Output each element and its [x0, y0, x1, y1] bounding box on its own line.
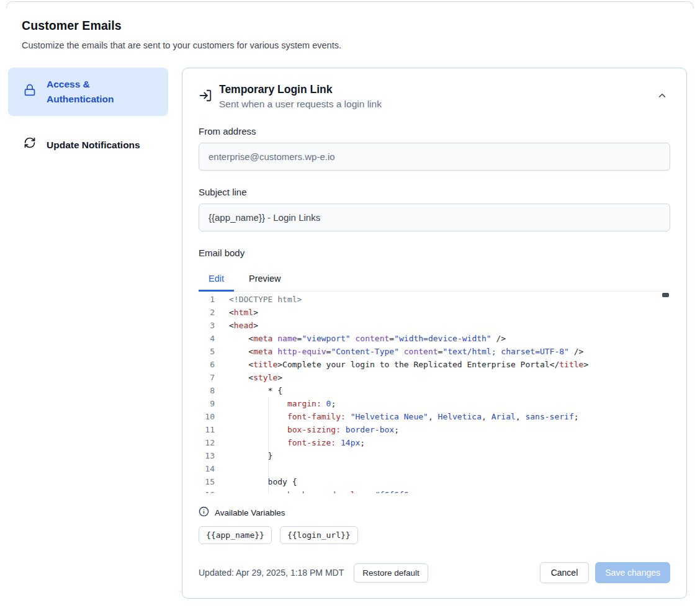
updated-timestamp: Updated: Apr 29, 2025, 1:18 PM MDT	[199, 568, 344, 578]
variable-chips: {{app_name}} {{login_url}}	[199, 526, 670, 544]
code-line: 8 * {	[199, 384, 670, 397]
sidebar-item-label: Access & Authentication	[47, 77, 159, 107]
code-line: 9 margin: 0;	[199, 397, 670, 410]
code-text: * {	[229, 384, 282, 397]
editor-scrollbar-thumb[interactable]	[662, 293, 669, 297]
line-number: 12	[199, 436, 215, 449]
code-text: <head>	[229, 319, 258, 332]
code-line: 3<head>	[199, 319, 670, 332]
code-text: margin: 0;	[229, 397, 336, 410]
page-subtitle: Customize the emails that are sent to yo…	[22, 40, 700, 50]
indent-guide	[268, 397, 269, 493]
page-title: Customer Emails	[22, 19, 700, 33]
sidebar-item-update-notifications[interactable]: Update Notifications	[8, 127, 168, 163]
sidebar-item-access-authentication[interactable]: Access & Authentication	[8, 68, 168, 116]
main-layout: Access & Authentication Update Notificat…	[8, 68, 687, 599]
email-types-sidebar: Access & Authentication Update Notificat…	[8, 68, 168, 163]
line-number: 9	[199, 397, 215, 410]
line-number: 7	[199, 371, 215, 384]
refresh-icon	[24, 136, 36, 153]
code-text: font-family: "Helvetica Neue", Helvetica…	[229, 410, 579, 423]
code-line: 10 font-family: "Helvetica Neue", Helvet…	[199, 410, 670, 423]
from-address-input[interactable]	[199, 143, 670, 171]
code-text: <title>Complete your login to the Replic…	[229, 358, 588, 371]
lock-icon	[24, 84, 36, 101]
code-text: <html>	[229, 306, 258, 319]
code-text: background-color: #f6f6f6;	[229, 488, 413, 493]
line-number: 16	[199, 488, 215, 493]
email-body-label: Email body	[199, 248, 670, 258]
line-number: 8	[199, 384, 215, 397]
code-line: 5 <meta http-equiv="Content-Type" conten…	[199, 345, 670, 358]
code-text: font-size: 14px;	[229, 436, 365, 449]
line-number: 5	[199, 345, 215, 358]
code-line: 2<html>	[199, 306, 670, 319]
code-line: 15 body {	[199, 475, 670, 488]
line-number: 14	[199, 462, 215, 475]
line-number: 10	[199, 410, 215, 423]
panel-header: Temporary Login Link Sent when a user re…	[199, 83, 670, 110]
code-line: 11 box-sizing: border-box;	[199, 423, 670, 436]
code-text: box-sizing: border-box;	[229, 423, 399, 436]
panel-subtitle: Sent when a user requests a login link	[219, 99, 382, 110]
tab-edit[interactable]: Edit	[199, 268, 234, 292]
code-text: <style>	[229, 371, 282, 384]
tab-preview[interactable]: Preview	[239, 268, 291, 292]
email-config-panel: Temporary Login Link Sent when a user re…	[182, 68, 687, 599]
code-text: }	[229, 449, 272, 462]
variable-chip-app-name[interactable]: {{app_name}}	[199, 526, 272, 544]
code-line: 6 <title>Complete your login to the Repl…	[199, 358, 670, 371]
code-text: <!DOCTYPE html>	[229, 293, 302, 306]
available-variables-label: Available Variables	[215, 508, 285, 517]
code-text: <meta http-equiv="Content-Type" content=…	[229, 345, 583, 358]
editor-tabs: Edit Preview	[199, 268, 670, 292]
info-icon	[199, 506, 209, 519]
code-line: 14	[199, 462, 670, 475]
code-line: 4 <meta name="viewport" content="width=d…	[199, 332, 670, 345]
line-number: 4	[199, 332, 215, 345]
line-number: 2	[199, 306, 215, 319]
login-icon	[199, 89, 212, 105]
subject-line-input[interactable]	[199, 203, 670, 231]
panel-title: Temporary Login Link	[219, 83, 382, 96]
restore-default-button[interactable]: Restore default	[354, 563, 428, 583]
from-address-label: From address	[199, 126, 670, 136]
line-number: 6	[199, 358, 215, 371]
line-number: 3	[199, 319, 215, 332]
panel-footer: Updated: Apr 29, 2025, 1:18 PM MDT Resto…	[199, 562, 670, 583]
chevron-up-icon	[657, 94, 668, 103]
code-line: 7 <style>	[199, 371, 670, 384]
collapse-button[interactable]	[654, 87, 670, 105]
code-line: 13 }	[199, 449, 670, 462]
outer-card-top-border	[6, 1, 694, 9]
line-number: 11	[199, 423, 215, 436]
code-line: 12 font-size: 14px;	[199, 436, 670, 449]
code-line: 1<!DOCTYPE html>	[199, 293, 670, 306]
subject-line-label: Subject line	[199, 187, 670, 197]
line-number: 15	[199, 475, 215, 488]
variable-chip-login-url[interactable]: {{login_url}}	[280, 526, 358, 544]
line-number: 13	[199, 449, 215, 462]
cancel-button[interactable]: Cancel	[540, 562, 590, 583]
code-line: 16 background-color: #f6f6f6;	[199, 488, 670, 493]
code-text: body {	[229, 475, 297, 488]
panel-header-text: Temporary Login Link Sent when a user re…	[219, 83, 382, 110]
available-variables-row: Available Variables	[199, 506, 670, 519]
sidebar-item-label: Update Notifications	[47, 138, 140, 153]
save-changes-button[interactable]: Save changes	[595, 562, 670, 583]
code-editor[interactable]: 1<!DOCTYPE html>2<html>3<head>4 <meta na…	[199, 292, 670, 493]
code-text: <meta name="viewport" content="width=dev…	[229, 332, 506, 345]
line-number: 1	[199, 293, 215, 306]
code-editor-lines: 1<!DOCTYPE html>2<html>3<head>4 <meta na…	[199, 293, 670, 493]
